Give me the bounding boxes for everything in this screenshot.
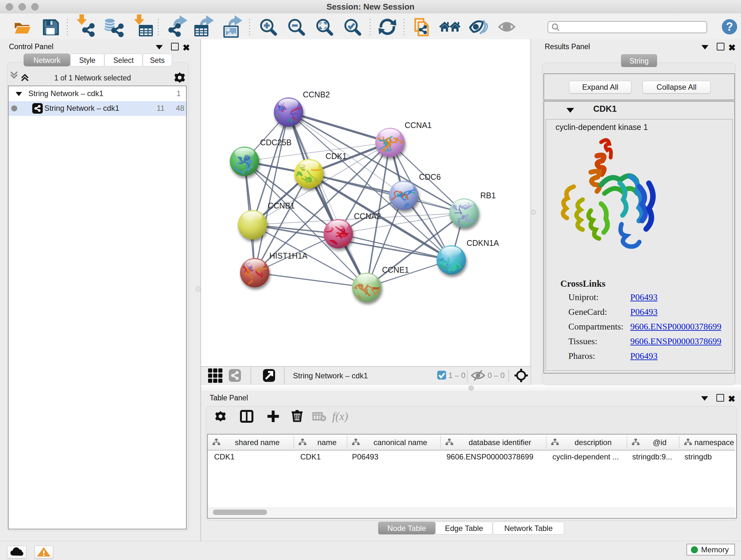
svg-text:CCNE1: CCNE1 <box>382 265 409 274</box>
svg-text:?: ? <box>726 20 733 33</box>
svg-text:f(x): f(x) <box>332 410 348 423</box>
svg-text:CCNA1: CCNA1 <box>405 121 432 130</box>
svg-text:0 – 0: 0 – 0 <box>488 371 504 380</box>
svg-text:CCNA2: CCNA2 <box>354 212 381 221</box>
svg-text:CDKN1A: CDKN1A <box>467 239 499 247</box>
svg-text:CCNB1: CCNB1 <box>268 201 295 210</box>
svg-text:1 – 0: 1 – 0 <box>448 371 465 380</box>
svg-text:CDC6: CDC6 <box>419 172 441 181</box>
svg-text:HIST1H1A: HIST1H1A <box>269 251 308 260</box>
svg-text:CCNB2: CCNB2 <box>303 90 330 99</box>
svg-text:RB1: RB1 <box>480 191 496 200</box>
svg-text:CDK1: CDK1 <box>326 152 347 161</box>
svg-text:CDC25B: CDC25B <box>260 138 292 147</box>
